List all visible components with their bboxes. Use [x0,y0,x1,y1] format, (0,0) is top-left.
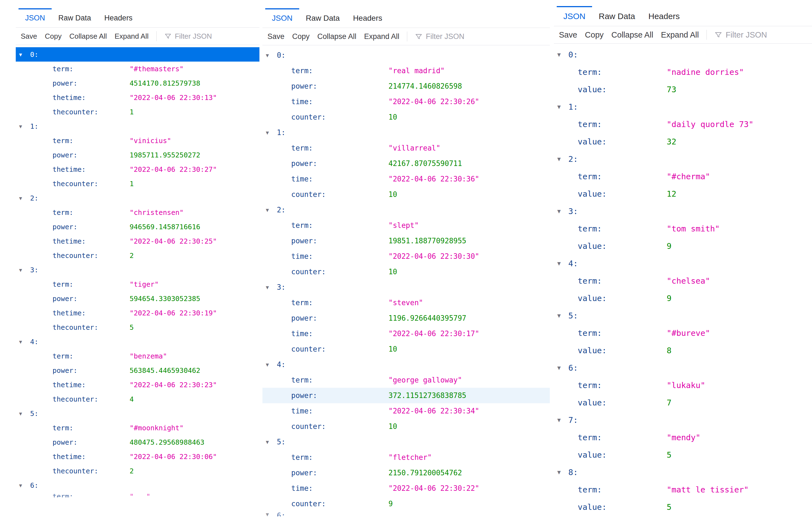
expander-arrow-icon[interactable]: ▼ [557,417,568,423]
tree-row-property[interactable]: term:"#moonknight" [16,421,259,435]
collapse-all-button[interactable]: Collapse All [317,32,357,41]
tab-raw-data[interactable]: Raw Data [592,6,642,26]
tree-row-property[interactable]: term:"chelsea" [554,272,812,290]
tree-row-property[interactable]: thetime:"2022-04-06 22:30:27" [16,162,259,176]
tree-row-property[interactable]: time:"2022-04-06 22:30:26" [262,94,550,109]
tree-row-property[interactable]: term:"#cherma" [554,168,812,185]
tree-row-property[interactable]: term:"nadine dorries" [554,63,812,80]
tree-row-index[interactable]: ▼4: [554,255,812,272]
tree-row-property[interactable]: value:8 [554,342,812,359]
tab-headers[interactable]: Headers [346,8,389,28]
tree-row-property[interactable]: thecounter:2 [16,248,259,263]
copy-button[interactable]: Copy [45,32,62,41]
tree-row-property[interactable]: term:"george galloway" [262,372,550,388]
expander-arrow-icon[interactable]: ▼ [19,411,30,416]
filter-json-input[interactable]: Filter JSON [164,32,212,41]
tree-row-index[interactable]: ▼3: [262,280,550,295]
tree-row-property[interactable]: term:"..." [16,492,259,497]
tab-raw-data[interactable]: Raw Data [52,8,98,27]
expander-arrow-icon[interactable]: ▼ [266,512,277,516]
tree-row-property[interactable]: thetime:"2022-04-06 22:30:19" [16,306,259,320]
tree-row-property[interactable]: value:5 [554,446,812,463]
expander-arrow-icon[interactable]: ▼ [266,439,277,445]
tree-row-property[interactable]: value:9 [554,237,812,255]
tab-headers[interactable]: Headers [642,6,686,26]
tree-row-property[interactable]: time:"2022-04-06 22:30:36" [262,171,550,187]
tree-row-index[interactable]: ▼6: [262,512,550,516]
tree-row-property[interactable]: thetime:"2022-04-06 22:30:25" [16,234,259,248]
filter-json-input[interactable]: Filter JSON [415,32,464,41]
tree-row-index[interactable]: ▼0: [554,46,812,63]
tree-row-index[interactable]: ▼5: [16,406,259,421]
expander-arrow-icon[interactable]: ▼ [557,51,568,58]
tree-row-property[interactable]: term:"lukaku" [554,377,812,394]
tree-row-property[interactable]: thetime:"2022-04-06 22:30:23" [16,378,259,392]
tree-row-index[interactable]: ▼3: [16,263,259,277]
save-button[interactable]: Save [559,30,577,40]
tree-row-property[interactable]: thecounter:5 [16,320,259,335]
tree-row-index[interactable]: ▼2: [16,191,259,205]
tree-row-property[interactable]: power:480475.29568988463 [16,435,259,450]
tree-row-property[interactable]: thecounter:2 [16,464,259,478]
tree-row-property[interactable]: power:1196.9266440395797 [262,310,550,326]
tree-row-property[interactable]: thecounter:4 [16,392,259,406]
tree-row-property[interactable]: term:"#bureve" [554,324,812,342]
tree-row-property[interactable]: power:2150.791200054762 [262,465,550,481]
expander-arrow-icon[interactable]: ▼ [557,208,568,215]
tree-row-property[interactable]: term:"villarreal" [262,140,550,156]
tree-row-index[interactable]: ▼2: [554,150,812,168]
tree-row-index[interactable]: ▼1: [554,98,812,115]
tree-row-property[interactable]: term:"daily quordle 73" [554,115,812,133]
expander-arrow-icon[interactable]: ▼ [266,362,277,368]
tree-row-property[interactable]: thecounter:1 [16,105,259,119]
tree-row-property[interactable]: term:"slept" [262,218,550,233]
tree-row-property[interactable]: value:32 [554,133,812,150]
tree-row-property[interactable]: thetime:"2022-04-06 22:30:06" [16,450,259,464]
tab-json[interactable]: JSON [18,8,52,27]
tab-raw-data[interactable]: Raw Data [299,8,346,28]
tree-row-index[interactable]: ▼7: [554,411,812,429]
expander-arrow-icon[interactable]: ▼ [557,365,568,371]
tree-row-property[interactable]: term:"mendy" [554,429,812,446]
expander-arrow-icon[interactable]: ▼ [19,339,30,345]
tree-row-property[interactable]: power:214774.1460826598 [262,78,550,94]
tree-row-property[interactable]: power:594654.3303052385 [16,291,259,306]
tree-row-property[interactable]: value:5 [554,498,812,516]
expander-arrow-icon[interactable]: ▼ [19,51,30,57]
tree-row-property[interactable]: power:4514170.812579738 [16,76,259,90]
tree-row-index[interactable]: ▼8: [554,463,812,481]
tree-row-property[interactable]: value:9 [554,290,812,307]
tree-row-property[interactable]: term:"real madrid" [262,63,550,78]
tree-row-property[interactable]: term:"tiger" [16,277,259,291]
expander-arrow-icon[interactable]: ▼ [19,195,30,201]
tree-row-property[interactable]: power:42167.87075590711 [262,156,550,171]
tree-row-property[interactable]: counter:10 [262,419,550,434]
tree-row-property[interactable]: time:"2022-04-06 22:30:17" [262,326,550,341]
tree-row-property[interactable]: value:73 [554,80,812,98]
tree-row-property[interactable]: value:12 [554,185,812,203]
tab-json[interactable]: JSON [265,8,299,28]
expand-all-button[interactable]: Expand All [661,30,699,40]
tree-row-property[interactable]: term:"steven" [262,295,550,310]
expander-arrow-icon[interactable]: ▼ [19,123,30,129]
tree-row-index[interactable]: ▼5: [262,434,550,450]
tree-row-property[interactable]: time:"2022-04-06 22:30:34" [262,403,550,419]
tree-row-property[interactable]: power:1985711.955250272 [16,148,259,162]
tree-row-property[interactable]: thecounter:1 [16,176,259,191]
expander-arrow-icon[interactable]: ▼ [557,469,568,475]
tree-row-property[interactable]: thetime:"2022-04-06 22:30:13" [16,90,259,105]
save-button[interactable]: Save [267,32,285,41]
filter-json-input[interactable]: Filter JSON [714,30,767,40]
tree-row-property[interactable]: power:563845.4465930462 [16,363,259,378]
tree-row-index[interactable]: ▼6: [554,359,812,377]
copy-button[interactable]: Copy [292,32,310,41]
tree-row-index[interactable]: ▼3: [554,203,812,220]
tree-row-index[interactable]: ▼5: [554,307,812,324]
tree-row-property[interactable]: term:"matt le tissier" [554,481,812,498]
tree-row-property[interactable]: counter:10 [262,187,550,202]
expander-arrow-icon[interactable]: ▼ [557,260,568,267]
tree-row-property[interactable]: counter:10 [262,264,550,280]
expander-arrow-icon[interactable]: ▼ [19,267,30,273]
tree-row-index[interactable]: ▼0: [262,47,550,63]
tab-json[interactable]: JSON [557,6,592,26]
